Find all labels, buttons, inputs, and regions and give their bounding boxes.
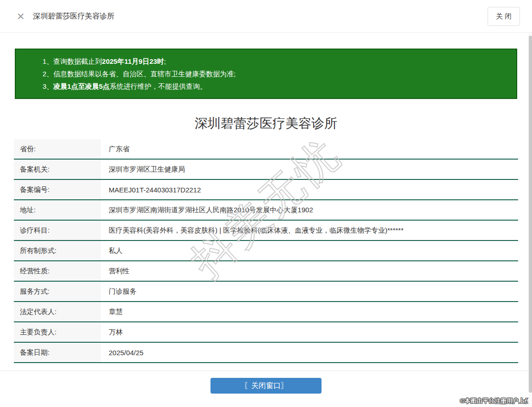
notice-banner: 1、查询数据截止到2025年11月9日23时; 2、信息数据结果以各省、自治区、… bbox=[15, 49, 517, 99]
table-row: 经营性质: 营利性 bbox=[14, 261, 518, 282]
row-label: 法定代表人: bbox=[14, 302, 101, 321]
notice-line: 2、信息数据结果以各省、自治区、直辖市卫生健康委数据为准; bbox=[43, 68, 507, 80]
info-table: 省份: 广东省 备案机关: 深圳市罗湖区卫生健康局 备案编号: MAEEJ01T… bbox=[14, 139, 518, 363]
table-row: 法定代表人: 章慧 bbox=[14, 302, 518, 322]
table-row: 服务方式: 门诊服务 bbox=[14, 282, 518, 302]
notice-line-number: 2、 bbox=[43, 70, 53, 78]
row-value: 深圳市罗湖区卫生健康局 bbox=[101, 160, 518, 179]
row-value: 私人 bbox=[101, 241, 518, 260]
row-value: MAEEJ01T-244030317D2212 bbox=[101, 180, 518, 199]
notice-line: 1、查询数据截止到2025年11月9日23时; bbox=[43, 55, 507, 68]
row-value: 2025/04/25 bbox=[101, 343, 518, 362]
row-label: 备案日期: bbox=[14, 343, 101, 362]
notice-line-text: 查询数据截止到 bbox=[53, 57, 102, 65]
table-row: 主要负责人: 万林 bbox=[14, 322, 518, 343]
table-row: 地址: 深圳市罗湖区南湖街道罗湖社区人民南路2010号发展中心大厦1902 bbox=[14, 200, 518, 221]
row-value: 广东省 bbox=[101, 139, 518, 159]
row-value: 万林 bbox=[101, 322, 518, 342]
close-button[interactable]: 关 闭 bbox=[488, 7, 520, 26]
table-row: 省份: 广东省 bbox=[14, 139, 518, 160]
table-row: 备案机关: 深圳市罗湖区卫生健康局 bbox=[14, 160, 518, 180]
row-label: 经营性质: bbox=[14, 261, 101, 281]
notice-line: 3、凌晨1点至凌晨5点系统进行维护，不能提供查询。 bbox=[43, 80, 507, 92]
notice-line-text: 信息数据结果以各省、自治区、直辖市卫生健康委数据为准; bbox=[53, 70, 235, 78]
notice-line-bold: 2025年11月9日23时 bbox=[102, 57, 164, 65]
header: ✕ 深圳碧蕾莎医疗美容诊所 关 闭 bbox=[0, 0, 532, 33]
clinic-name-title: 深圳碧蕾莎医疗美容诊所 bbox=[0, 114, 532, 133]
page: ✕ 深圳碧蕾莎医疗美容诊所 关 闭 1、查询数据截止到2025年11月9日23时… bbox=[0, 0, 532, 407]
scrollbar-thumb[interactable] bbox=[529, 36, 532, 393]
close-window-button[interactable]: 〖关闭窗口〗 bbox=[210, 378, 322, 394]
row-value: 门诊服务 bbox=[101, 282, 518, 301]
row-value: 医疗美容科(美容外科，美容皮肤科) | 医学检验科(临床体液、血液专业，临床微生… bbox=[101, 221, 518, 240]
notice-line-text: 系统进行维护，不能提供查询。 bbox=[110, 82, 207, 90]
row-label: 诊疗科目: bbox=[14, 221, 101, 240]
notice-line-number: 3、 bbox=[43, 82, 53, 90]
credit-text: ©本图由平台注册用户上传 bbox=[460, 397, 531, 405]
row-label: 备案编号: bbox=[14, 180, 101, 199]
row-label: 备案机关: bbox=[14, 160, 101, 179]
row-value: 营利性 bbox=[101, 261, 518, 281]
scrollbar-track[interactable] bbox=[528, 33, 532, 407]
section-divider bbox=[0, 370, 532, 371]
close-icon[interactable]: ✕ bbox=[17, 12, 25, 21]
button-area: 〖关闭窗口〗 bbox=[0, 378, 532, 394]
row-label: 所有制形式: bbox=[14, 241, 101, 260]
table-row: 诊疗科目: 医疗美容科(美容外科，美容皮肤科) | 医学检验科(临床体液、血液专… bbox=[14, 221, 518, 241]
table-row: 备案编号: MAEEJ01T-244030317D2212 bbox=[14, 180, 518, 200]
row-value: 章慧 bbox=[101, 302, 518, 321]
row-label: 服务方式: bbox=[14, 282, 101, 301]
row-label: 地址: bbox=[14, 200, 101, 220]
row-label: 主要负责人: bbox=[14, 322, 101, 342]
table-row: 所有制形式: 私人 bbox=[14, 241, 518, 261]
table-row: 备案日期: 2025/04/25 bbox=[14, 343, 518, 363]
row-label: 省份: bbox=[14, 139, 101, 159]
row-value: 深圳市罗湖区南湖街道罗湖社区人民南路2010号发展中心大厦1902 bbox=[101, 200, 518, 220]
window-title: 深圳碧蕾莎医疗美容诊所 bbox=[33, 12, 115, 21]
notice-line-bold: 凌晨1点至凌晨5点 bbox=[53, 82, 110, 90]
notice-line-number: 1、 bbox=[43, 57, 53, 65]
notice-line-text: ; bbox=[164, 57, 166, 65]
